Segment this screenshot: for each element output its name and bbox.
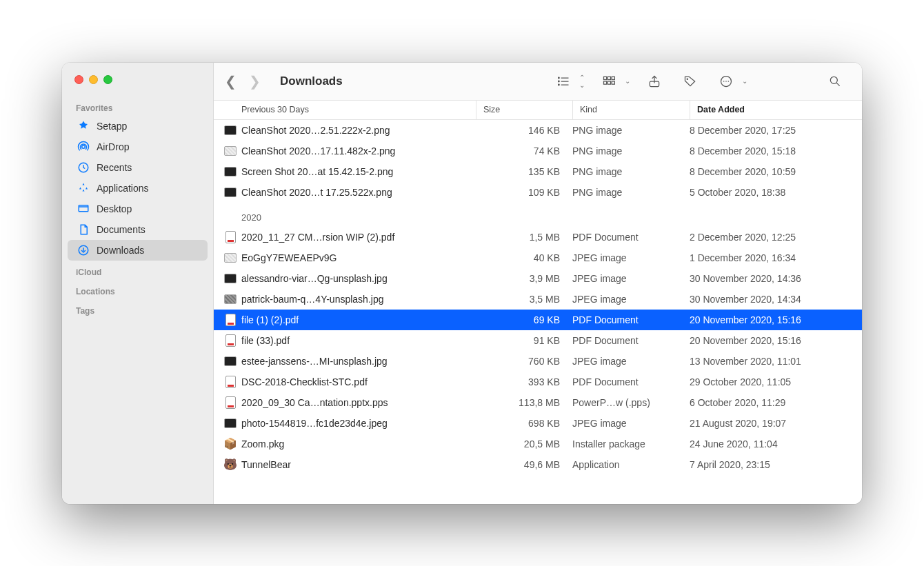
sidebar-item-label: Documents — [97, 224, 145, 235]
file-row[interactable]: CleanShot 2020…17.11.482x-2.png74 KBPNG … — [214, 141, 862, 161]
tags-button[interactable] — [680, 71, 701, 92]
file-name: file (1) (2).pdf — [241, 314, 476, 325]
file-date: 30 November 2020, 14:36 — [690, 273, 862, 284]
file-row[interactable]: 🐻TunnelBear49,6 MBApplication7 April 202… — [214, 454, 862, 475]
actions-button[interactable] — [716, 71, 736, 92]
file-date: 8 December 2020, 15:18 — [690, 145, 862, 156]
file-row[interactable]: file (1) (2).pdf69 KBPDF Document20 Nove… — [214, 310, 862, 330]
view-list-button[interactable] — [553, 71, 574, 92]
svg-point-8 — [559, 77, 560, 79]
sidebar-item-airdrop[interactable]: AirDrop — [68, 137, 208, 157]
forward-button[interactable]: ❯ — [249, 73, 261, 90]
file-date: 1 December 2020, 16:34 — [690, 252, 862, 263]
file-row[interactable]: patrick-baum-q…4Y-unsplash.jpg3,5 MBJPEG… — [214, 289, 862, 310]
desktop-icon — [77, 203, 90, 215]
svg-rect-16 — [612, 81, 614, 84]
airdrop-icon — [77, 141, 90, 153]
file-row[interactable]: alessandro-viar…Qg-unsplash.jpg3,9 MBJPE… — [214, 268, 862, 289]
sidebar-item-label: Setapp — [97, 121, 127, 132]
column-header: Previous 30 Days Size Kind Date Added — [214, 101, 862, 120]
file-name: TunnelBear — [241, 459, 476, 470]
file-row[interactable]: 📦Zoom.pkg20,5 MBInstaller package24 June… — [214, 434, 862, 454]
back-button[interactable]: ❮ — [225, 73, 237, 90]
file-date: 5 October 2020, 18:38 — [690, 187, 862, 198]
file-icon — [223, 334, 237, 347]
sidebar-section-label: iCloud — [62, 261, 213, 280]
sidebar-item-label: AirDrop — [97, 141, 129, 152]
svg-rect-2 — [79, 205, 88, 211]
file-size: 74 KB — [476, 145, 572, 156]
file-date: 8 December 2020, 17:25 — [690, 125, 862, 136]
svg-rect-15 — [608, 81, 611, 84]
view-menu-chevron[interactable]: ⌃⌄ — [579, 74, 585, 89]
file-kind: PowerP…w (.pps) — [572, 397, 690, 408]
column-size[interactable]: Size — [476, 101, 572, 119]
column-date[interactable]: Date Added — [690, 101, 862, 119]
file-size: 109 KB — [476, 187, 572, 198]
svg-point-21 — [725, 81, 727, 82]
file-row[interactable]: DSC-2018-Checklist-STC.pdf393 KBPDF Docu… — [214, 372, 862, 392]
minimize-control[interactable] — [89, 75, 98, 84]
file-name: estee-janssens-…MI-unsplash.jpg — [241, 356, 476, 367]
svg-point-23 — [830, 77, 837, 83]
file-icon — [223, 144, 237, 158]
file-date: 13 November 2020, 11:01 — [690, 356, 862, 367]
file-icon — [223, 396, 237, 410]
file-kind: PNG image — [572, 187, 690, 198]
file-size: 3,5 MB — [476, 294, 572, 305]
sidebar-item-downloads[interactable]: Downloads — [68, 240, 208, 261]
window-title: Downloads — [280, 74, 343, 88]
file-row[interactable]: CleanShot 2020…2.51.222x-2.png146 KBPNG … — [214, 120, 862, 141]
docs-icon — [77, 223, 90, 236]
sidebar-item-setapp[interactable]: Setapp — [68, 116, 208, 137]
sidebar-item-recents[interactable]: Recents — [68, 157, 208, 178]
file-size: 91 KB — [476, 335, 572, 346]
file-kind: PNG image — [572, 145, 690, 156]
sidebar-item-desktop[interactable]: Desktop — [68, 199, 208, 219]
file-date: 29 October 2020, 11:05 — [690, 376, 862, 387]
file-size: 69 KB — [476, 314, 572, 325]
apps-icon — [77, 182, 90, 194]
actions-menu-chevron[interactable]: ⌄ — [742, 77, 747, 85]
search-button[interactable] — [825, 71, 845, 92]
svg-point-9 — [559, 81, 560, 82]
close-control[interactable] — [74, 75, 83, 84]
share-button[interactable] — [644, 71, 665, 92]
zoom-control[interactable] — [103, 75, 112, 84]
file-row[interactable]: EoGgY7EWEAEPv9G40 KBJPEG image1 December… — [214, 247, 862, 268]
column-kind[interactable]: Kind — [572, 101, 690, 119]
file-name: patrick-baum-q…4Y-unsplash.jpg — [241, 294, 476, 305]
file-kind: PNG image — [572, 125, 690, 136]
group-button[interactable] — [599, 71, 619, 92]
sidebar-item-applications[interactable]: Applications — [68, 178, 208, 199]
file-row[interactable]: file (33).pdf91 KBPDF Document20 Novembe… — [214, 330, 862, 351]
column-name[interactable]: Previous 30 Days — [214, 101, 476, 119]
finder-window: FavoritesSetappAirDropRecentsApplication… — [62, 63, 862, 504]
file-name: file (33).pdf — [241, 335, 476, 346]
file-row[interactable]: 2020_09_30 Ca…ntation.pptx.pps113,8 MBPo… — [214, 392, 862, 413]
file-icon — [223, 123, 237, 137]
file-size: 113,8 MB — [476, 397, 572, 408]
file-icon — [223, 354, 237, 368]
file-list[interactable]: CleanShot 2020…2.51.222x-2.png146 KBPNG … — [214, 120, 862, 504]
file-kind: JPEG image — [572, 418, 690, 429]
file-size: 1,5 MB — [476, 232, 572, 243]
file-row[interactable]: Screen Shot 20…at 15.42.15-2.png135 KBPN… — [214, 161, 862, 182]
file-row[interactable]: 2020_11_27 CM…rsion WIP (2).pdf1,5 MBPDF… — [214, 227, 862, 247]
file-size: 3,9 MB — [476, 273, 572, 284]
file-row[interactable]: CleanShot 2020…t 17.25.522x.png109 KBPNG… — [214, 182, 862, 203]
sidebar-item-documents[interactable]: Documents — [68, 219, 208, 240]
file-row[interactable]: photo-1544819…fc1de23d4e.jpeg698 KBJPEG … — [214, 413, 862, 434]
file-kind: JPEG image — [572, 294, 690, 305]
file-size: 40 KB — [476, 252, 572, 263]
file-date: 24 June 2020, 11:04 — [690, 438, 862, 449]
file-icon — [223, 165, 237, 179]
svg-rect-11 — [604, 77, 607, 79]
file-kind: PDF Document — [572, 314, 690, 325]
group-menu-chevron[interactable]: ⌄ — [625, 77, 630, 85]
file-name: alessandro-viar…Qg-unsplash.jpg — [241, 273, 476, 284]
file-icon — [223, 185, 237, 199]
file-kind: JPEG image — [572, 273, 690, 284]
file-name: Screen Shot 20…at 15.42.15-2.png — [241, 166, 476, 177]
file-row[interactable]: estee-janssens-…MI-unsplash.jpg760 KBJPE… — [214, 351, 862, 372]
